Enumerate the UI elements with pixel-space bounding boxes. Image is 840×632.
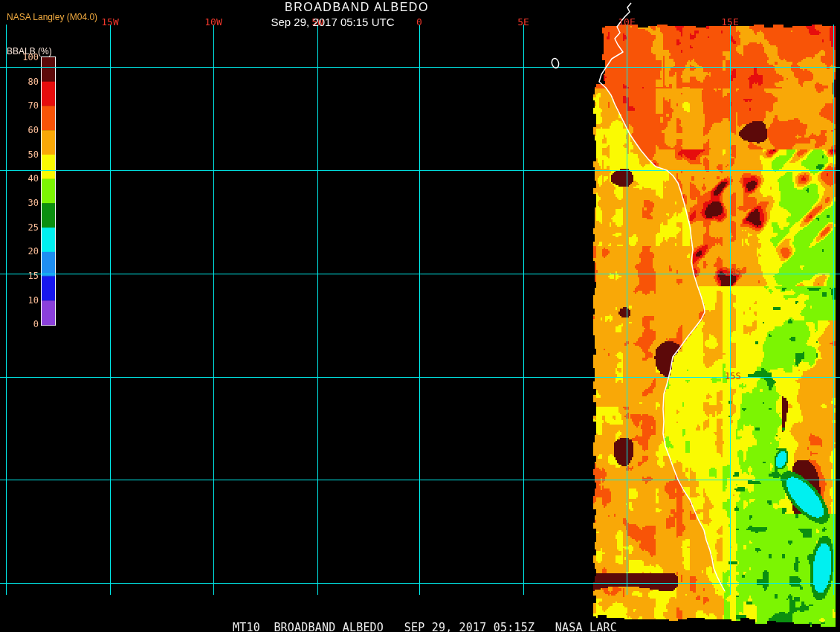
colorbar-tick-60: 60 (0, 125, 39, 135)
albedo-map-page: NASA Langley (M04.0) BROADBAND ALBEDO Se… (0, 0, 840, 632)
page-datetime: Sep 29, 2017 05:15 UTC (268, 16, 398, 28)
albedo-map-canvas (0, 0, 840, 632)
colorbar-tick-0: 0 (0, 319, 39, 329)
lon-label-5E: 5E (517, 16, 529, 28)
colorbar-tick-50: 50 (0, 149, 39, 160)
colorbar-tick-70: 70 (0, 100, 39, 111)
source-label: NASA Langley (M04.0) (7, 12, 97, 22)
footer-caption: MT10 BROADBAND ALBEDO SEP 29, 2017 05:15… (233, 621, 617, 632)
lat-label-10S: 10S (725, 267, 741, 277)
colorbar-tick-80: 80 (0, 77, 39, 87)
colorbar-tick-30: 30 (0, 198, 39, 208)
lon-label-10E: 10E (618, 16, 635, 28)
colorbar-tick-100: 100 (0, 52, 39, 62)
lon-label-15E: 15E (721, 16, 738, 28)
lon-label-15W: 15W (101, 16, 118, 28)
colorbar-tick-25: 25 (0, 222, 39, 233)
page-title: BROADBAND ALBEDO (285, 1, 416, 14)
colorbar-tick-40: 40 (0, 173, 39, 184)
colorbar-tick-10: 10 (0, 295, 39, 306)
lat-label-15S: 15S (725, 371, 741, 381)
lon-label-0: 0 (416, 16, 422, 28)
colorbar-tick-20: 20 (0, 246, 39, 257)
colorbar-tick-15: 15 (0, 271, 39, 281)
lon-label-10W: 10W (204, 16, 222, 28)
